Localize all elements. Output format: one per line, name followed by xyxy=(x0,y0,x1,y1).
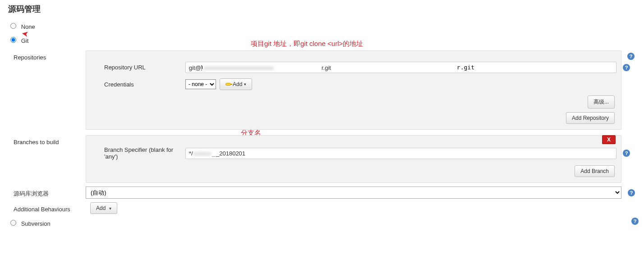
key-icon xyxy=(225,83,231,86)
repo-url-input[interactable] xyxy=(185,62,616,73)
scm-none-radio[interactable] xyxy=(10,23,16,29)
branch-specifier-label: Branch Specifier (blank for 'any') xyxy=(91,146,185,160)
help-icon[interactable]: ? xyxy=(627,53,635,60)
section-title: 源码管理 xyxy=(0,0,644,19)
branch-specifier-input[interactable] xyxy=(185,148,616,159)
add-credential-label: Add xyxy=(233,81,242,87)
repo-url-label: Repository URL xyxy=(91,64,185,71)
credentials-label: Credentials xyxy=(91,81,185,88)
help-icon[interactable]: ? xyxy=(623,150,630,157)
delete-branch-button[interactable]: X xyxy=(602,135,616,144)
scm-none-label: None xyxy=(21,23,35,30)
scm-git-label: Git xyxy=(21,37,29,44)
help-icon[interactable]: ? xyxy=(631,218,639,225)
repository-panel: ? Repository URL git@ xxxxxxxxxxxxxxxxxx… xyxy=(86,50,621,130)
add-repository-button[interactable]: Add Repository xyxy=(566,112,615,124)
add-credential-button[interactable]: Add▾ xyxy=(220,78,252,90)
repo-browser-label: 源码库浏览器 xyxy=(14,188,86,198)
scm-subversion-radio[interactable] xyxy=(10,220,16,226)
scm-subversion-label: Subversion xyxy=(21,220,51,227)
branches-panel: X Branch Specifier (blank for 'any') */ … xyxy=(86,135,621,183)
branches-label: Branches to build xyxy=(14,133,86,146)
add-behaviour-button[interactable]: Add xyxy=(90,202,117,214)
additional-behaviours-label: Additional Behaviours xyxy=(14,204,90,213)
advanced-button[interactable]: 高级... xyxy=(588,96,615,109)
add-branch-button[interactable]: Add Branch xyxy=(575,165,615,177)
scm-git-radio[interactable] xyxy=(10,37,16,43)
credentials-select[interactable]: - none - xyxy=(185,79,216,89)
help-icon[interactable]: ? xyxy=(628,189,635,196)
repo-browser-select[interactable]: (自动) xyxy=(86,187,621,199)
help-icon[interactable]: ? xyxy=(623,64,630,71)
repositories-label: Repositories xyxy=(14,49,86,61)
